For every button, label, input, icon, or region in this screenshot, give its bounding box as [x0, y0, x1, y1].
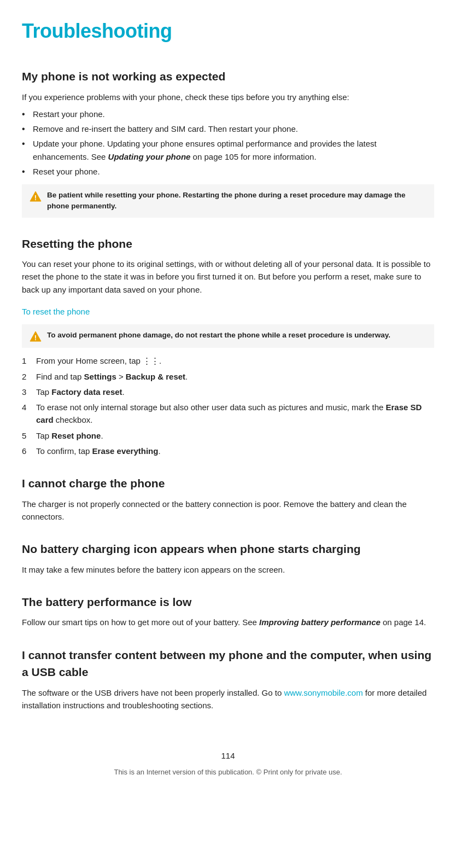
section-heading-4: No battery charging icon appears when ph… — [22, 540, 434, 558]
section-heading-6: I cannot transfer content between my pho… — [22, 646, 434, 681]
svg-text:!: ! — [34, 334, 37, 342]
step-text: From your Home screen, tap ⋮⋮. — [36, 354, 434, 367]
section-text-6: The software or the USB drivers have not… — [22, 686, 434, 712]
footer-note: This is an Internet version of this publ… — [114, 768, 342, 776]
section-heading-3: I cannot charge the phone — [22, 475, 434, 492]
warning-icon-1: ! — [30, 190, 42, 202]
warning-icon-2: ! — [30, 330, 42, 342]
step-num: 5 — [22, 429, 31, 442]
page-number: 114 — [22, 750, 434, 762]
warning-text-2: To avoid permanent phone damage, do not … — [47, 330, 390, 341]
step-5: 5 Tap Reset phone. — [22, 429, 434, 442]
step-num: 4 — [22, 401, 31, 427]
page-footer: 114 This is an Internet version of this … — [22, 744, 434, 778]
step-text: Tap Reset phone. — [36, 429, 434, 442]
step-6: 6 To confirm, tap Erase everything. — [22, 445, 434, 457]
list-item: Remove and re-insert the battery and SIM… — [22, 123, 434, 135]
section-resetting: Resetting the phone You can reset your p… — [22, 235, 434, 458]
section-no-battery-icon: No battery charging icon appears when ph… — [22, 540, 434, 576]
step-num: 6 — [22, 445, 31, 457]
section-cannot-charge: I cannot charge the phone The charger is… — [22, 475, 434, 523]
step-text: Tap Factory data reset. — [36, 386, 434, 398]
step-3: 3 Tap Factory data reset. — [22, 386, 434, 398]
section-intro-1: If you experience problems with your pho… — [22, 91, 434, 103]
bullet-list-1: Restart your phone. Remove and re-insert… — [22, 108, 434, 178]
svg-text:!: ! — [34, 194, 37, 202]
step-num: 2 — [22, 370, 31, 383]
section-cannot-transfer: I cannot transfer content between my pho… — [22, 646, 434, 712]
step-text: Find and tap Settings > Backup & reset. — [36, 370, 434, 383]
section-heading-2: Resetting the phone — [22, 235, 434, 253]
section-intro-2: You can reset your phone to its original… — [22, 258, 434, 296]
page-title: Troubleshooting — [22, 16, 434, 46]
section-heading-1: My phone is not working as expected — [22, 68, 434, 85]
step-num: 3 — [22, 386, 31, 398]
warning-text-1: Be patient while resetting your phone. R… — [47, 190, 426, 212]
section-my-phone-not-working: My phone is not working as expected If y… — [22, 68, 434, 218]
step-4: 4 To erase not only internal storage but… — [22, 401, 434, 427]
section-text-5: Follow our smart tips on how to get more… — [22, 616, 434, 628]
section-text-4: It may take a few minutes before the bat… — [22, 563, 434, 576]
subsection-link[interactable]: To reset the phone — [22, 306, 434, 318]
section-heading-5: The battery performance is low — [22, 593, 434, 611]
list-item: Restart your phone. — [22, 108, 434, 120]
step-text: To erase not only internal storage but a… — [36, 401, 434, 427]
step-2: 2 Find and tap Settings > Backup & reset… — [22, 370, 434, 383]
step-text: To confirm, tap Erase everything. — [36, 445, 434, 457]
warning-box-1: ! Be patient while resetting your phone.… — [22, 184, 434, 218]
steps-list: 1 From your Home screen, tap ⋮⋮. 2 Find … — [22, 354, 434, 457]
list-item: Reset your phone. — [22, 165, 434, 178]
step-num: 1 — [22, 354, 31, 367]
step-1: 1 From your Home screen, tap ⋮⋮. — [22, 354, 434, 367]
section-battery-performance: The battery performance is low Follow ou… — [22, 593, 434, 629]
sony-mobile-link[interactable]: www.sonymobile.com — [284, 688, 363, 697]
list-item: Update your phone. Updating your phone e… — [22, 137, 434, 163]
warning-box-2: ! To avoid permanent phone damage, do no… — [22, 324, 434, 348]
section-text-3: The charger is not properly connected or… — [22, 498, 434, 523]
